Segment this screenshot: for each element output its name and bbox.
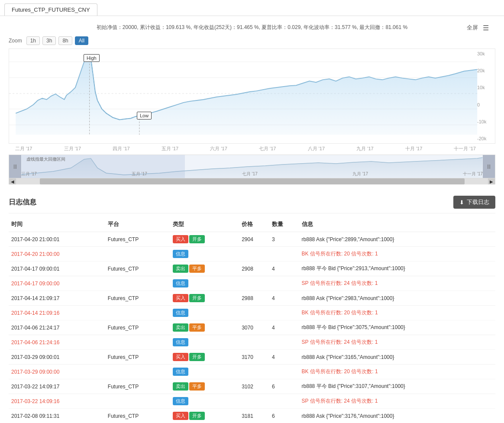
cell-time[interactable]: 2017-03-29 09:00:00 — [9, 365, 105, 379]
cell-type: 信息 — [170, 247, 239, 262]
table-row: 2017-02-08 09:11:31Futures_CTP买入开多31816r… — [9, 409, 495, 423]
cell-qty — [269, 394, 299, 409]
scroll-track[interactable] — [16, 178, 488, 184]
badge-卖出: 卖出 — [173, 265, 188, 273]
cell-time: 2017-03-29 09:00:01 — [9, 350, 105, 365]
cell-time[interactable]: 2017-04-17 09:00:00 — [9, 276, 105, 291]
cell-type: 信息 — [170, 394, 239, 409]
table-row: 2017-04-20 21:00:01Futures_CTP买入开多29043r… — [9, 232, 495, 247]
cell-time: 2017-04-06 21:24:17 — [9, 320, 105, 335]
badge-信息: 信息 — [173, 250, 188, 258]
cell-time: 2017-04-20 21:00:01 — [9, 232, 105, 247]
cell-time[interactable]: 2017-04-06 21:24:16 — [9, 335, 105, 350]
log-header: 日志信息 ⬇ 下载日志 — [9, 191, 495, 213]
cell-type: 买入开多 — [170, 291, 239, 306]
cell-info: rb888 Ask {"Price":3176,"Amount":1000} — [299, 409, 495, 423]
cell-type: 信息 — [170, 276, 239, 291]
cell-type: 信息 — [170, 365, 239, 379]
cell-time: 2017-03-22 14:09:17 — [9, 379, 105, 394]
badge-开多: 开多 — [189, 235, 205, 243]
x-label-feb: 二月 '17 — [15, 145, 32, 152]
tab-bar: Futures_CTP_FUTURES_CNY — [0, 0, 504, 16]
download-log-button[interactable]: ⬇ 下载日志 — [453, 196, 495, 209]
cell-qty: 4 — [269, 291, 299, 306]
x-label-oct: 十月 '17 — [405, 145, 422, 152]
table-row: 2017-04-17 09:00:01Futures_CTP卖出平多29084r… — [9, 262, 495, 276]
x-label-jul: 七月 '17 — [259, 145, 276, 152]
cell-info: rb888 平今 Bid {"Price":3075,"Amount":1000… — [299, 320, 495, 335]
cell-time: 2017-04-17 09:00:01 — [9, 262, 105, 276]
cell-type: 卖出平多 — [170, 262, 239, 276]
mini-chart[interactable]: ||| ||| 虚线指最大回撤区间 三月 '17 五月 '17 七月 '17 九… — [9, 155, 495, 178]
scroll-left-arrow[interactable]: ◀ — [9, 178, 16, 184]
cell-type: 卖出平多 — [170, 379, 239, 394]
table-row: 2017-03-22 14:09:16信息SP 信号所在行数: 24 信号次数:… — [9, 394, 495, 409]
cell-info: rb888 Ask {"Price":3165,"Amount":1000} — [299, 350, 495, 365]
mini-left-handle[interactable]: ||| — [9, 155, 21, 178]
scroll-thumb[interactable] — [40, 178, 465, 184]
cell-platform — [105, 276, 170, 291]
mini-chart-label: 虚线指最大回撤区间 — [26, 156, 65, 162]
scrollbar[interactable]: ◀ ▶ — [9, 178, 495, 184]
cell-time[interactable]: 2017-03-22 14:09:16 — [9, 394, 105, 409]
cell-qty: 4 — [269, 350, 299, 365]
cell-type: 卖出平多 — [170, 320, 239, 335]
zoom-bar: Zoom 1h 3h 8h All — [9, 35, 495, 48]
menu-button[interactable]: ☰ — [483, 24, 489, 32]
cell-price: 3070 — [239, 320, 269, 335]
low-annotation: Low — [137, 112, 152, 119]
cell-qty: 6 — [269, 409, 299, 423]
cell-time[interactable]: 2017-04-20 21:00:00 — [9, 247, 105, 262]
cell-time[interactable]: 2017-04-14 21:09:16 — [9, 306, 105, 320]
table-row: 2017-03-22 14:09:17Futures_CTP卖出平多31026r… — [9, 379, 495, 394]
cell-price: 3181 — [239, 409, 269, 423]
cell-platform — [105, 365, 170, 379]
col-type: 类型 — [170, 217, 239, 232]
x-label-nov: 十一月 '17 — [454, 145, 475, 152]
cell-info: BK 信号所在行数: 20 信号次数: 1 — [299, 365, 495, 379]
log-table: 时间 平台 类型 价格 数量 信息 2017-04-20 21:00:01Fut… — [9, 217, 495, 423]
badge-信息: 信息 — [173, 397, 188, 405]
download-btn-label: 下载日志 — [467, 198, 489, 206]
cell-info: rb888 平今 Bid {"Price":2913,"Amount":1000… — [299, 262, 495, 276]
cell-platform — [105, 335, 170, 350]
zoom-1h[interactable]: 1h — [26, 36, 40, 45]
cell-info: SP 信号所在行数: 24 信号次数: 1 — [299, 276, 495, 291]
col-info: 信息 — [299, 217, 495, 232]
cell-platform: Futures_CTP — [105, 232, 170, 247]
x-label-aug: 八月 '17 — [308, 145, 325, 152]
zoom-all[interactable]: All — [75, 36, 88, 45]
cell-qty — [269, 247, 299, 262]
badge-平多: 平多 — [189, 323, 205, 332]
x-label-jun: 六月 '17 — [210, 145, 227, 152]
table-row: 2017-04-17 09:00:00信息SP 信号所在行数: 24 信号次数:… — [9, 276, 495, 291]
log-section: 日志信息 ⬇ 下载日志 时间 平台 类型 价格 数量 信息 2017-04-20… — [9, 191, 495, 423]
cell-price — [239, 394, 269, 409]
cell-qty — [269, 365, 299, 379]
cell-price — [239, 335, 269, 350]
download-icon: ⬇ — [459, 199, 464, 206]
x-axis: 二月 '17 三月 '17 四月 '17 五月 '17 六月 '17 七月 '1… — [9, 144, 495, 154]
cell-qty — [269, 335, 299, 350]
mini-right-handle[interactable]: ||| — [483, 155, 495, 178]
main-tab[interactable]: Futures_CTP_FUTURES_CNY — [4, 3, 97, 16]
cell-price: 2908 — [239, 262, 269, 276]
badge-信息: 信息 — [173, 309, 188, 317]
cell-info: rb888 Ask {"Price":2983,"Amount":1000} — [299, 291, 495, 306]
fullscreen-button[interactable]: 全屏 — [467, 24, 478, 32]
scroll-right-arrow[interactable]: ▶ — [488, 178, 495, 184]
badge-买入: 买入 — [173, 235, 188, 243]
cell-type: 信息 — [170, 306, 239, 320]
cell-info: BK 信号所在行数: 20 信号次数: 1 — [299, 247, 495, 262]
table-row: 2017-04-14 21:09:17Futures_CTP买入开多29884r… — [9, 291, 495, 306]
zoom-8h[interactable]: 8h — [58, 36, 72, 45]
col-qty: 数量 — [269, 217, 299, 232]
cell-platform — [105, 247, 170, 262]
cell-platform — [105, 394, 170, 409]
cell-qty: 3 — [269, 232, 299, 247]
cell-price: 3102 — [239, 379, 269, 394]
zoom-3h[interactable]: 3h — [42, 36, 56, 45]
cell-type: 买入开多 — [170, 232, 239, 247]
table-row: 2017-04-06 21:24:16信息SP 信号所在行数: 24 信号次数:… — [9, 335, 495, 350]
x-label-sep: 九月 '17 — [356, 145, 373, 152]
